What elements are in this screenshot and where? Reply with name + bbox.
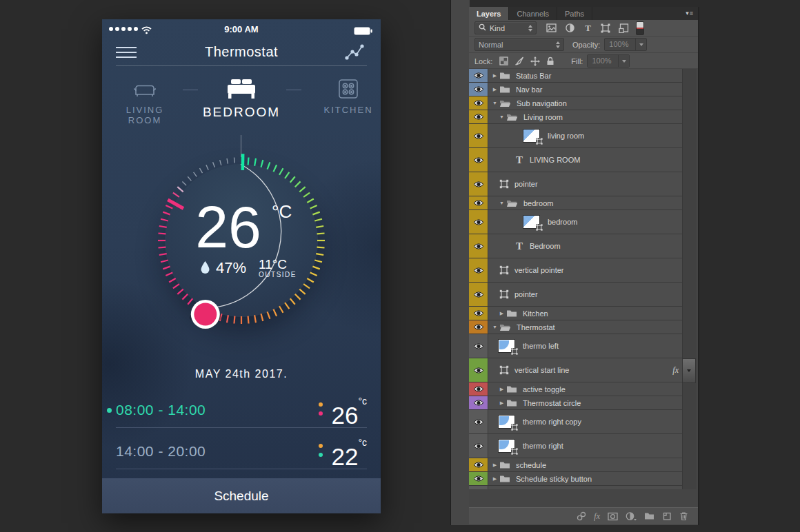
opacity-input[interactable]: 100% [604,38,647,51]
layer-thumbnail[interactable] [523,215,540,229]
layer-row-thermo-left[interactable]: thermo left [469,334,683,358]
layer-row-thermostat-circle[interactable]: ▶Thermostat circle [469,396,683,410]
collapse-effects-button[interactable] [682,358,696,383]
layer-row-nav-bar[interactable]: ▶Nav bar [469,83,683,96]
expander-icon[interactable]: ▶ [497,387,506,392]
link-layers-icon[interactable] [577,511,586,521]
visibility-eye-icon[interactable] [469,334,488,358]
expander-icon[interactable]: ▶ [497,400,506,406]
layer-row-thermostat[interactable]: ▼Thermostat [469,320,683,334]
filter-type-icon[interactable]: T [583,23,592,32]
lock-pixels-icon[interactable] [514,57,524,65]
new-group-icon[interactable] [644,512,654,520]
tab-kitchen[interactable]: KITCHEN [317,72,379,115]
schedule-row-2[interactable]: 14:00 - 20:00 22°c [116,440,367,464]
visibility-eye-icon[interactable] [469,283,488,306]
panel-menu-icon[interactable]: ▾≡ [686,10,694,17]
layer-row-kitchen[interactable]: ▶Kitchen [469,307,683,320]
layer-row-status-bar[interactable]: ▶Status Bar [469,69,683,83]
filter-adjustment-icon[interactable] [565,23,575,33]
schedule-button[interactable]: Schedule [102,478,381,513]
layer-thumbnail[interactable] [523,129,540,143]
blend-mode-select[interactable]: Normal [474,38,564,51]
lock-transparency-icon[interactable] [499,57,508,65]
visibility-eye-icon[interactable] [469,69,488,82]
visibility-eye-icon[interactable] [469,83,488,96]
layer-row-active-toggle[interactable]: ▶active toggle [469,382,683,396]
visibility-eye-icon[interactable] [469,96,488,110]
filter-shape-icon[interactable] [601,23,610,33]
activity-graph-icon[interactable] [343,43,366,65]
layer-row-vertical-pointer[interactable]: vertical pointer [469,258,683,283]
layer-row-living-room[interactable]: TLIVING ROOM [469,148,683,172]
tab-paths[interactable]: Paths [557,7,592,20]
visibility-eye-icon[interactable] [469,458,488,471]
filter-toggle-switch[interactable] [636,21,644,35]
kind-filter-select[interactable]: Kind [474,21,537,34]
new-layer-icon[interactable] [662,511,672,521]
expander-icon[interactable]: ▶ [490,73,499,79]
visibility-eye-icon[interactable] [469,110,488,123]
layer-row-schedule[interactable]: ▶schedule [469,458,683,472]
expander-icon[interactable]: ▼ [490,101,499,105]
filter-row: Kind T [469,20,698,37]
tab-layers[interactable]: Layers [469,7,509,20]
layer-row-living-room[interactable]: living room [469,124,683,148]
visibility-eye-icon[interactable] [469,382,488,396]
filter-pixel-icon[interactable] [546,23,557,32]
tab-channels[interactable]: Channels [509,7,557,20]
expander-icon[interactable]: ▼ [497,201,506,205]
lock-position-icon[interactable] [530,57,540,66]
layer-row-thermo-right-copy[interactable]: thermo right copy [469,410,683,434]
expander-icon[interactable]: ▼ [497,114,506,119]
visibility-eye-icon[interactable] [469,258,488,282]
layer-row-schedule-sticky-button[interactable]: ▶Schedule sticky button [469,472,683,486]
expander-icon[interactable]: ▶ [490,476,499,482]
visibility-eye-icon[interactable] [469,358,488,382]
add-layer-mask-icon[interactable] [608,512,618,521]
new-adjustment-layer-icon[interactable] [626,511,637,521]
layer-row-pointer[interactable]: pointer [469,172,683,196]
layer-row-thermo-right[interactable]: thermo right [469,434,683,458]
layer-row-vertical-start-line[interactable]: vertical start linefx [469,358,683,382]
tab-living-room[interactable]: LIVING ROOM [110,72,179,125]
scrollbar-gutter[interactable] [682,69,697,489]
layer-thumbnail[interactable] [498,439,515,453]
tab-bedroom[interactable]: BEDROOM [200,72,283,120]
chevron-down-icon[interactable] [635,39,646,50]
layer-row-pointer[interactable]: pointer [469,283,683,307]
schedule-row-1[interactable]: 08:00 - 14:00 26°c [116,398,367,423]
fill-input[interactable]: 100% [587,54,630,68]
layer-row-living-room[interactable]: ▼Living room [469,110,683,124]
visibility-eye-icon[interactable] [469,124,488,147]
visibility-eye-icon[interactable] [469,434,488,458]
layer-thumbnail[interactable] [498,339,515,353]
lock-all-icon[interactable] [546,57,554,65]
visibility-eye-icon[interactable] [469,396,488,409]
expander-icon[interactable]: ▶ [490,462,499,468]
visibility-eye-icon[interactable] [469,148,488,172]
expander-icon[interactable]: ▶ [490,87,499,92]
visibility-eye-icon[interactable] [469,320,488,334]
delete-layer-icon[interactable] [679,511,688,521]
layer-name: active toggle [523,385,566,393]
visibility-eye-icon[interactable] [469,307,488,320]
layer-row-bedroom[interactable]: bedroom [469,210,683,234]
layer-row-bedroom[interactable]: ▼bedroom [469,196,683,210]
visibility-eye-icon[interactable] [469,410,488,433]
expander-icon[interactable]: ▶ [497,311,506,316]
visibility-eye-icon[interactable] [469,210,488,234]
visibility-eye-icon[interactable] [469,196,488,209]
layer-effects-fx-label[interactable]: fx [672,365,679,376]
opacity-label: Opacity: [572,41,600,49]
filter-smart-object-icon[interactable] [619,23,629,33]
expander-icon[interactable]: ▼ [490,325,499,329]
visibility-eye-icon[interactable] [469,234,488,258]
layer-styles-icon[interactable]: fx [594,511,600,522]
visibility-eye-icon[interactable] [469,172,488,196]
layer-thumbnail[interactable] [498,415,515,429]
layer-row-bedroom[interactable]: TBedroom [469,234,683,258]
visibility-eye-icon[interactable] [469,472,488,485]
layer-row-sub-navigation[interactable]: ▼Sub navigation [469,96,683,110]
chevron-down-icon[interactable] [618,55,629,67]
